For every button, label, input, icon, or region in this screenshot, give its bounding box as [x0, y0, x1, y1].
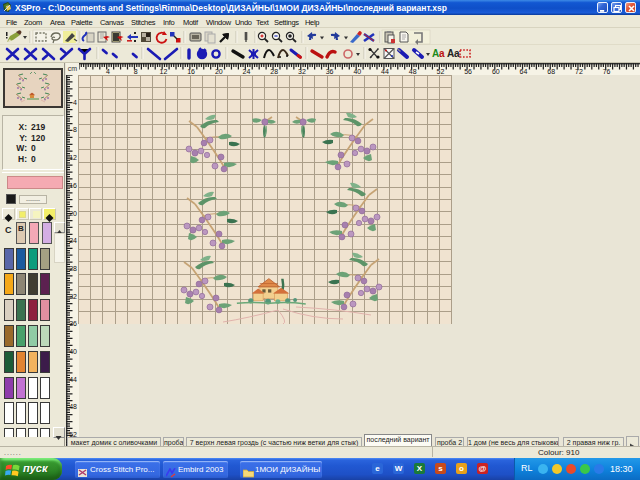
- svg-text:40: 40: [353, 68, 361, 75]
- svg-text:48: 48: [69, 403, 77, 410]
- svg-text:60: 60: [492, 68, 500, 75]
- svg-text:32: 32: [298, 68, 306, 75]
- svg-text:56: 56: [464, 68, 472, 75]
- svg-text:44: 44: [381, 68, 389, 75]
- svg-text:12: 12: [160, 68, 168, 75]
- svg-text:28: 28: [270, 68, 278, 75]
- svg-text:64: 64: [520, 68, 528, 75]
- svg-text:28: 28: [69, 265, 77, 272]
- svg-text:72: 72: [575, 68, 583, 75]
- svg-text:16: 16: [187, 68, 195, 75]
- svg-text:36: 36: [69, 320, 77, 327]
- svg-text:24: 24: [243, 68, 251, 75]
- svg-text:4: 4: [106, 68, 110, 75]
- svg-text:32: 32: [69, 293, 77, 300]
- svg-text:48: 48: [409, 68, 417, 75]
- svg-text:52: 52: [437, 68, 445, 75]
- svg-text:36: 36: [326, 68, 334, 75]
- svg-text:20: 20: [215, 68, 223, 75]
- svg-text:68: 68: [547, 68, 555, 75]
- svg-text:40: 40: [69, 348, 77, 355]
- svg-text:8: 8: [134, 68, 138, 75]
- svg-text:16: 16: [69, 182, 77, 189]
- svg-text:24: 24: [69, 237, 77, 244]
- svg-text:8: 8: [73, 126, 77, 133]
- svg-text:a: a: [439, 48, 445, 59]
- svg-text:44: 44: [69, 376, 77, 383]
- svg-text:a: a: [454, 48, 460, 59]
- svg-text:4: 4: [73, 99, 77, 106]
- svg-text:20: 20: [69, 210, 77, 217]
- svg-text:76: 76: [603, 68, 611, 75]
- svg-text:12: 12: [69, 154, 77, 161]
